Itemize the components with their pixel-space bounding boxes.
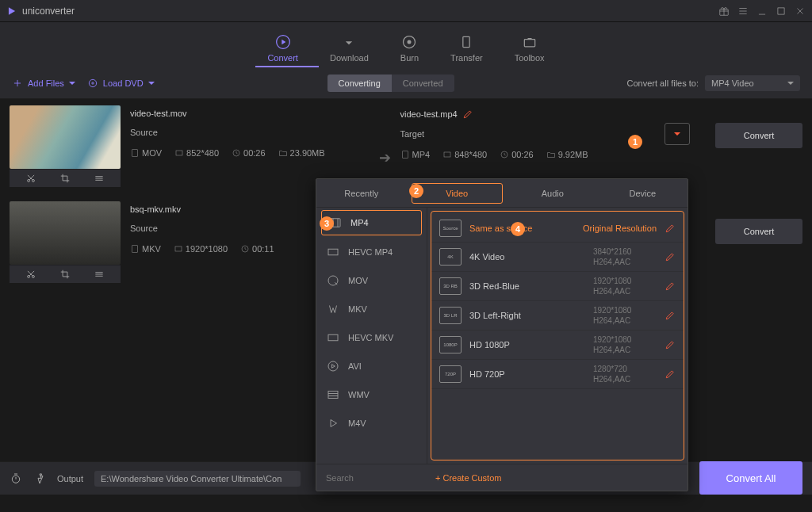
format-popover: Recently Video Audio Device MP4 HEVC MP4…	[316, 178, 688, 491]
add-files-button[interactable]: Add Files	[12, 78, 75, 89]
clock-icon	[500, 150, 509, 159]
gift-icon[interactable]	[718, 6, 730, 17]
search-input[interactable]: Search	[316, 473, 427, 483]
film-icon	[326, 388, 340, 402]
svg-point-18	[33, 275, 35, 277]
tab-converted[interactable]: Converted	[392, 75, 454, 92]
resolution-item[interactable]: 4K 4K Video 3840*2160H264,AAC	[431, 243, 684, 272]
svg-point-17	[28, 275, 30, 277]
create-custom-button[interactable]: + Create Custom	[427, 473, 509, 483]
video-thumbnail[interactable]	[10, 105, 121, 169]
gpu-icon[interactable]	[33, 472, 46, 485]
minimize-icon[interactable]	[756, 6, 768, 17]
callout-1: 1	[628, 135, 642, 149]
edit-icon[interactable]	[665, 223, 676, 234]
format-item-mkv[interactable]: MKV	[316, 295, 427, 323]
clock-icon	[232, 148, 241, 158]
format-item-hevc-mkv[interactable]: HEVC MKV	[316, 323, 427, 352]
chevron-down-icon	[148, 82, 155, 85]
clock-icon	[240, 244, 250, 254]
nav-toolbox[interactable]: Toolbox	[515, 34, 545, 63]
mkv-icon	[326, 302, 340, 316]
popover-tab-device[interactable]: Device	[598, 181, 688, 205]
edit-icon[interactable]	[665, 281, 676, 292]
menu-icon[interactable]	[737, 6, 749, 17]
trim-icon[interactable]	[25, 269, 36, 280]
folder-icon	[278, 148, 288, 158]
crop-icon[interactable]	[59, 173, 71, 184]
convert-button[interactable]: Convert	[715, 219, 802, 244]
resolution-icon: 4K	[439, 248, 462, 266]
convert-button[interactable]: Convert	[715, 123, 802, 148]
svg-rect-12	[176, 151, 182, 155]
svg-rect-28	[328, 392, 338, 399]
file-icon	[130, 148, 140, 158]
edit-icon[interactable]	[665, 251, 676, 262]
nav-burn[interactable]: Burn	[400, 34, 419, 63]
resolution-icon: 3D LR	[439, 307, 462, 324]
quicktime-icon	[326, 273, 340, 288]
resolution-item[interactable]: 720P HD 720P 1280*720H264,AAC	[431, 360, 684, 389]
video-thumbnail[interactable]	[10, 201, 121, 265]
callout-2: 2	[409, 184, 423, 198]
effects-icon[interactable]	[94, 269, 105, 280]
nav-download[interactable]: Download	[330, 34, 369, 63]
target-format-select[interactable]: MP4 Video	[705, 75, 800, 91]
svg-rect-24	[328, 249, 338, 255]
popover-tab-audio[interactable]: Audio	[508, 181, 598, 205]
format-item-hevc-mp4[interactable]: HEVC MP4	[316, 238, 427, 266]
resolution-icon: Source	[439, 220, 462, 237]
svg-rect-1	[778, 7, 784, 13]
svg-point-8	[92, 82, 94, 83]
output-path[interactable]: E:\Wondershare Video Converter Ultimate\…	[94, 471, 301, 487]
convert-all-button[interactable]: Convert All	[699, 461, 802, 495]
resolution-item[interactable]: 3D RB 3D Red-Blue 1920*1080H264,AAC	[431, 272, 684, 301]
tab-converting[interactable]: Converting	[327, 75, 392, 92]
load-dvd-button[interactable]: Load DVD	[87, 78, 155, 89]
nav-accent	[0, 66, 812, 67]
dimensions-icon	[174, 244, 183, 254]
crop-icon[interactable]	[59, 269, 71, 280]
format-item-wmv[interactable]: WMV	[316, 380, 427, 409]
svg-rect-26	[328, 334, 338, 341]
svg-rect-5	[463, 36, 469, 47]
edit-icon[interactable]	[665, 310, 676, 321]
disc-icon	[87, 78, 98, 89]
popover-tab-video[interactable]: Video	[412, 183, 504, 204]
titlebar: uniconverter	[0, 0, 812, 22]
target-format-dropdown[interactable]	[665, 123, 690, 145]
timer-icon[interactable]	[10, 472, 22, 485]
trim-icon[interactable]	[25, 173, 36, 184]
hevc-icon	[326, 245, 340, 259]
plus-icon	[12, 78, 23, 89]
edit-icon[interactable]	[665, 339, 676, 350]
format-item-avi[interactable]: AVI	[316, 352, 427, 380]
dimensions-icon	[442, 150, 452, 159]
resolution-item[interactable]: 3D LR 3D Left-Right 1920*1080H264,AAC	[431, 301, 684, 331]
effects-icon[interactable]	[94, 173, 105, 184]
play-icon	[326, 416, 340, 430]
edit-icon[interactable]	[462, 109, 473, 120]
resolution-item[interactable]: 1080P HD 1080P 1920*1080H264,AAC	[431, 331, 684, 360]
nav-transfer[interactable]: Transfer	[450, 34, 483, 63]
svg-rect-15	[444, 152, 450, 157]
edit-icon[interactable]	[665, 369, 676, 380]
source-label: Source	[130, 128, 370, 137]
source-filename: video-test.mov	[130, 109, 370, 118]
toolbar: Add Files Load DVD Converting Converted …	[0, 67, 812, 99]
popover-tab-recently[interactable]: Recently	[316, 181, 407, 205]
file-icon	[400, 150, 410, 159]
convert-all-to-label: Convert all files to:	[627, 78, 699, 88]
format-item-mp4[interactable]: MP4	[321, 210, 422, 235]
resolution-icon: 1080P	[439, 336, 462, 353]
target-filename: video-test.mp4	[400, 109, 458, 119]
nav-convert[interactable]: Convert	[267, 34, 298, 63]
chevron-down-icon	[787, 82, 794, 85]
maximize-icon[interactable]	[776, 6, 787, 17]
app-name: uniconverter	[22, 6, 75, 17]
target-label: Target	[400, 129, 640, 139]
format-item-m4v[interactable]: M4V	[316, 409, 427, 437]
format-item-mov[interactable]: MOV	[316, 266, 427, 295]
resolution-item[interactable]: Source Same as source Original Resolutio…	[431, 215, 684, 243]
close-icon[interactable]	[795, 6, 806, 17]
